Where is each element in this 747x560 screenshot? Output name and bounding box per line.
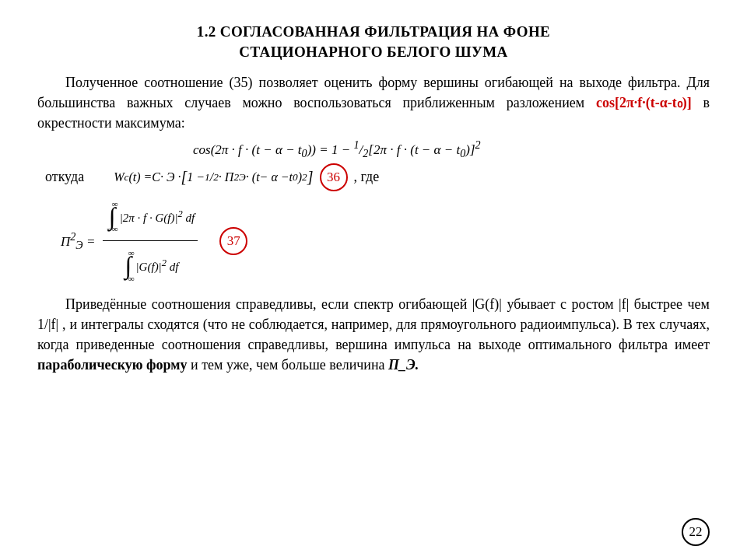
badge-36: 36 — [320, 163, 348, 191]
gde-text: , где — [354, 169, 380, 185]
pi2-section: П2Э = ∞ ∫ −∞ |2π · f · G(f)|2 df ∞ — [37, 196, 710, 287]
cos-formula: cos(2π · f · (t − α − t0)) = 1 − 1/2[2π … — [193, 138, 481, 160]
pi2-lhs: П2Э = — [61, 230, 95, 252]
wc-formula: Wc(t) = C · Э · [ 1 − 1/2 · П2Э · (t − α… — [114, 168, 313, 186]
otkyda-label: откуда — [45, 169, 84, 185]
inline-red-formula: cos[2π·f·(t-α-t₀)] — [596, 95, 692, 110]
badge-37: 37 — [219, 227, 247, 255]
pi2-fraction: ∞ ∫ −∞ |2π · f · G(f)|2 df ∞ ∫ −∞ |G(f)|… — [103, 196, 198, 287]
page: 1.2 СОГЛАСОВАННАЯ ФИЛЬТРАЦИЯ НА ФОНЕ СТА… — [0, 0, 747, 560]
pi-bold: П_Э. — [388, 357, 419, 373]
pi2-denominator: ∞ ∫ −∞ |G(f)|2 df — [119, 241, 181, 286]
title-line2: СТАЦИОНАРНОГО БЕЛОГО ШУМА — [37, 42, 710, 62]
paragraph-2: Приведённые соотношения справедливы, есл… — [37, 294, 710, 375]
title-line1: 1.2 СОГЛАСОВАННАЯ ФИЛЬТРАЦИЯ НА ФОНЕ — [37, 22, 710, 42]
page-number: 22 — [682, 518, 710, 546]
cos-formula-row: cos(2π · f · (t − α − t0)) = 1 − 1/2[2π … — [193, 138, 747, 160]
para2-text: Приведённые соотношения справедливы, есл… — [37, 296, 710, 352]
para2-end: и тем уже, чем больше величина — [191, 357, 385, 373]
bold-phrase: параболическую форму — [37, 357, 188, 373]
paragraph-1: Полученное соотношение (35) позволяет оц… — [37, 72, 710, 133]
pi2-numerator: ∞ ∫ −∞ |2π · f · G(f)|2 df — [103, 196, 198, 242]
section-title: 1.2 СОГЛАСОВАННАЯ ФИЛЬТРАЦИЯ НА ФОНЕ СТА… — [37, 22, 710, 61]
wc-formula-row: откуда Wc(t) = C · Э · [ 1 − 1/2 · П2Э ·… — [37, 163, 710, 191]
